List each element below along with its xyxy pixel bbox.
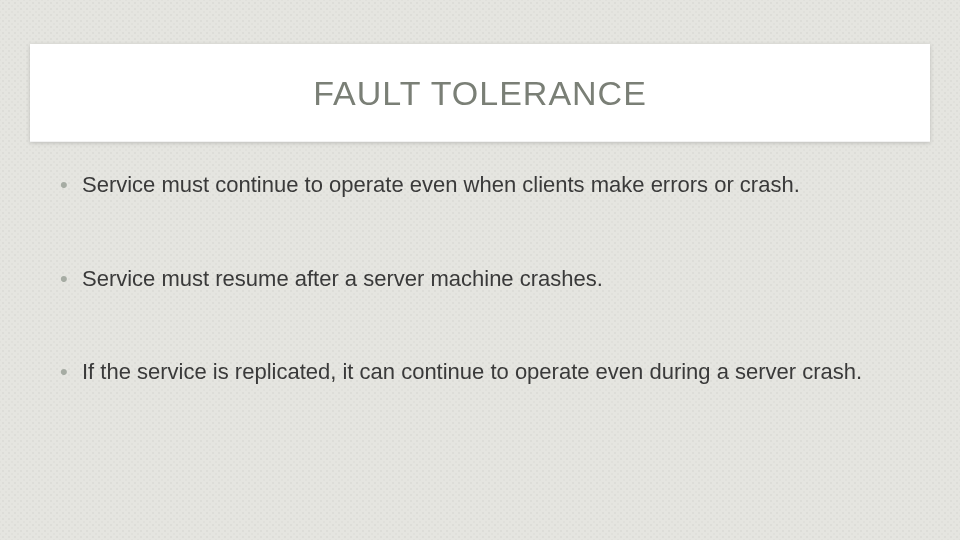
slide: FAULT TOLERANCE Service must continue to…: [0, 0, 960, 540]
bullet-list: Service must continue to operate even wh…: [56, 170, 904, 387]
title-band: FAULT TOLERANCE: [30, 44, 930, 142]
list-item: Service must resume after a server machi…: [56, 264, 904, 294]
slide-content: Service must continue to operate even wh…: [56, 170, 904, 451]
slide-title: FAULT TOLERANCE: [313, 74, 647, 113]
list-item: If the service is replicated, it can con…: [56, 357, 904, 387]
list-item: Service must continue to operate even wh…: [56, 170, 904, 200]
